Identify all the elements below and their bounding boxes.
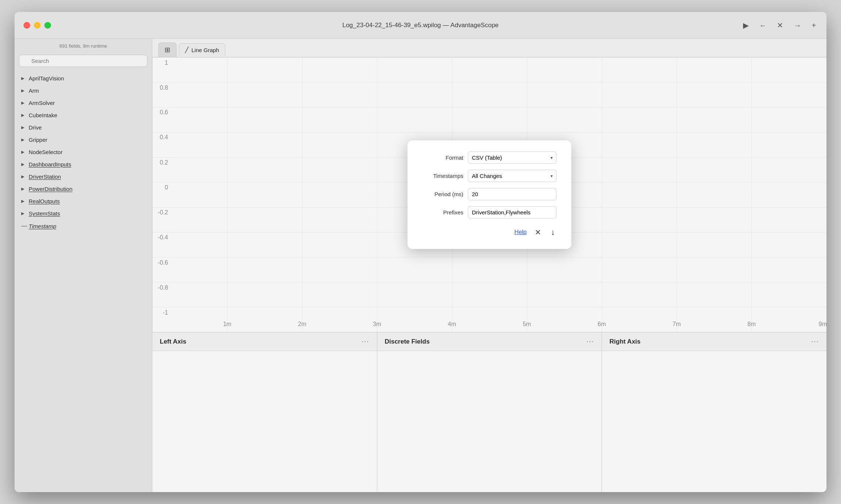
- left-axis-body: [152, 351, 377, 492]
- sidebar-item-driverstation[interactable]: ▶ DriverStation: [15, 170, 152, 183]
- maximize-traffic-light[interactable]: [44, 22, 51, 29]
- sidebar-item-label: ArmSolver: [29, 100, 55, 106]
- right-panel: ⊞ ╱ Line Graph: [152, 39, 826, 492]
- sidebar-item-label: Drive: [29, 124, 42, 131]
- expand-arrow: ▶: [21, 174, 26, 179]
- timestamps-row: Timestamps All Changes Fixed Rate ▾: [422, 170, 556, 182]
- sidebar-item-label: PowerDistribution: [29, 186, 73, 192]
- sidebar-item-cubeintake[interactable]: ▶ CubeIntake: [15, 109, 152, 121]
- period-label: Period (ms): [422, 191, 463, 197]
- expand-arrow: ▶: [21, 199, 26, 204]
- play-button[interactable]: ▶: [742, 20, 750, 31]
- sidebar-item-realoutputs[interactable]: ▶ RealOutputs: [15, 195, 152, 207]
- expand-arrow: ▶: [21, 162, 26, 167]
- window-title: Log_23-04-22_15-46-39_e5.wpilog — Advant…: [342, 22, 499, 29]
- tab-line-graph-label: Line Graph: [191, 47, 219, 53]
- titlebar-controls: ▶ ← ✕ → +: [742, 20, 818, 31]
- sidebar-item-label: AprilTagVision: [29, 75, 64, 82]
- period-row: Period (ms): [422, 188, 556, 200]
- left-axis-panel-header: Left Axis ···: [152, 332, 377, 351]
- right-axis-panel: Right Axis ···: [602, 332, 826, 492]
- expand-arrow: ▶: [21, 186, 26, 191]
- sidebar-item-arm[interactable]: ▶ Arm: [15, 84, 152, 97]
- sidebar-item-systemstats[interactable]: ▶ SystemStats: [15, 207, 152, 220]
- tab-table[interactable]: ⊞: [158, 42, 177, 57]
- discrete-fields-body: [377, 351, 602, 492]
- dialog-actions: Help ✕ ↓: [422, 224, 556, 239]
- left-axis-more-button[interactable]: ···: [362, 338, 369, 345]
- right-axis-title: Right Axis: [609, 338, 640, 345]
- table-icon: ⊞: [165, 46, 170, 54]
- close-traffic-light[interactable]: [23, 22, 30, 29]
- period-input[interactable]: [468, 188, 556, 200]
- sidebar-item-label: Timestamp: [29, 223, 56, 229]
- right-axis-more-button[interactable]: ···: [811, 338, 819, 345]
- sidebar-item-nodeselector[interactable]: ▶ NodeSelector: [15, 146, 152, 158]
- sidebar-meta: 691 fields, 9m runtime: [15, 39, 152, 52]
- sidebar-item-label: CubeIntake: [29, 112, 57, 118]
- dialog-overlay: Format CSV (Table) CSV (List) WPILOG ▾: [152, 57, 826, 332]
- forward-button[interactable]: →: [792, 20, 803, 31]
- right-axis-body: [602, 351, 826, 492]
- sidebar-item-label: RealOutputs: [29, 198, 60, 204]
- sidebar-item-dashboardinputs[interactable]: ▶ DashboardInputs: [15, 158, 152, 170]
- sidebar-item-gripper[interactable]: ▶ Gripper: [15, 134, 152, 146]
- sidebar-item-label: Arm: [29, 87, 39, 94]
- expand-arrow: ▶: [21, 125, 26, 130]
- format-row: Format CSV (Table) CSV (List) WPILOG ▾: [422, 151, 556, 164]
- sidebar-item-label: Gripper: [29, 137, 47, 143]
- timestamps-label: Timestamps: [422, 173, 463, 179]
- line-graph-icon: ╱: [185, 47, 188, 53]
- tab-line-graph[interactable]: ╱ Line Graph: [179, 43, 225, 56]
- sidebar-item-armsolver[interactable]: ▶ ArmSolver: [15, 97, 152, 109]
- titlebar: Log_23-04-22_15-46-39_e5.wpilog — Advant…: [15, 12, 826, 39]
- collapse-arrow: —: [21, 223, 26, 229]
- back-button[interactable]: ←: [758, 20, 768, 31]
- prefixes-input[interactable]: [468, 206, 556, 218]
- dialog-close-button[interactable]: ✕: [533, 226, 543, 238]
- discrete-fields-more-button[interactable]: ···: [586, 338, 594, 345]
- export-dialog: Format CSV (Table) CSV (List) WPILOG ▾: [407, 140, 571, 249]
- expand-arrow: ▶: [21, 137, 26, 142]
- sidebar-item-apriltagvision[interactable]: ▶ AprilTagVision: [15, 72, 152, 84]
- prefixes-label: Prefixes: [422, 209, 463, 216]
- help-link[interactable]: Help: [514, 229, 527, 236]
- sidebar-item-timestamp[interactable]: — Timestamp: [15, 220, 152, 232]
- prefixes-row: Prefixes: [422, 206, 556, 218]
- panels-row: Left Axis ··· Discrete Fields ··· Right …: [152, 332, 826, 492]
- sidebar-item-label: NodeSelector: [29, 149, 63, 155]
- traffic-lights: [23, 22, 51, 29]
- discrete-fields-title: Discrete Fields: [385, 338, 430, 345]
- search-input[interactable]: [19, 55, 147, 67]
- sidebar-item-powerdistribution[interactable]: ▶ PowerDistribution: [15, 183, 152, 195]
- discrete-fields-panel-header: Discrete Fields ···: [377, 332, 602, 351]
- search-wrapper: 🔍: [19, 55, 147, 67]
- main-window: Log_23-04-22_15-46-39_e5.wpilog — Advant…: [15, 12, 826, 492]
- sidebar: 691 fields, 9m runtime 🔍 ▶ AprilTagVisio…: [15, 39, 152, 492]
- expand-arrow: ▶: [21, 113, 26, 118]
- add-tab-button[interactable]: +: [810, 20, 818, 31]
- sidebar-item-label: SystemStats: [29, 210, 60, 217]
- sidebar-item-drive[interactable]: ▶ Drive: [15, 121, 152, 134]
- right-axis-panel-header: Right Axis ···: [602, 332, 826, 351]
- expand-arrow: ▶: [21, 150, 26, 154]
- dialog-download-button[interactable]: ↓: [549, 226, 556, 239]
- main-content: 691 fields, 9m runtime 🔍 ▶ AprilTagVisio…: [15, 39, 826, 492]
- expand-arrow: ▶: [21, 211, 26, 216]
- window-close-button[interactable]: ✕: [775, 20, 785, 31]
- format-label: Format: [422, 154, 463, 161]
- timestamps-select-wrapper: All Changes Fixed Rate ▾: [468, 170, 556, 182]
- search-container: 🔍: [15, 52, 152, 71]
- expand-arrow: ▶: [21, 88, 26, 93]
- sidebar-item-label: DashboardInputs: [29, 161, 71, 168]
- minimize-traffic-light[interactable]: [34, 22, 41, 29]
- left-axis-title: Left Axis: [160, 338, 186, 345]
- left-axis-panel: Left Axis ···: [152, 332, 377, 492]
- format-select[interactable]: CSV (Table) CSV (List) WPILOG: [468, 151, 556, 164]
- tab-bar: ⊞ ╱ Line Graph: [152, 39, 826, 57]
- format-select-wrapper: CSV (Table) CSV (List) WPILOG ▾: [468, 151, 556, 164]
- discrete-fields-panel: Discrete Fields ···: [377, 332, 602, 492]
- expand-arrow: ▶: [21, 76, 26, 81]
- timestamps-select[interactable]: All Changes Fixed Rate: [468, 170, 556, 182]
- sidebar-items: ▶ AprilTagVision ▶ Arm ▶ ArmSolver ▶ Cub…: [15, 71, 152, 492]
